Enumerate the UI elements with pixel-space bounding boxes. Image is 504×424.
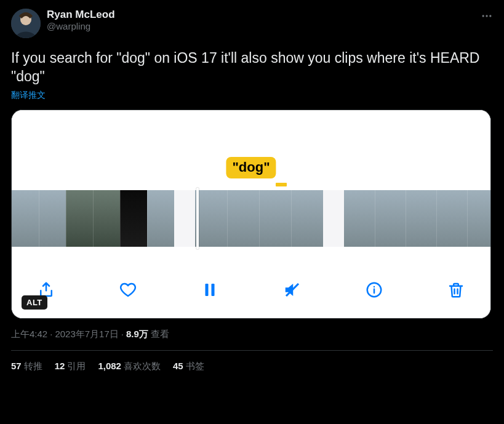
- tweet-stats: 57转推 12引用 1,082喜欢次数 45书签: [11, 351, 493, 372]
- tweet-date[interactable]: 2023年7月17日: [55, 329, 118, 339]
- info-icon: [365, 281, 383, 299]
- likes-stat[interactable]: 1,082喜欢次数: [98, 361, 161, 372]
- svg-point-4: [489, 15, 491, 17]
- clip-1: [12, 190, 174, 247]
- tweet-meta: 上午4:42·2023年7月17日·8.9万 查看: [11, 329, 493, 340]
- bookmarks-stat[interactable]: 45书签: [173, 361, 204, 372]
- svg-rect-6: [212, 284, 215, 296]
- bookmarks-count: 45: [173, 361, 183, 371]
- frame: [375, 190, 406, 247]
- media-toolbar: [12, 262, 490, 318]
- trash-icon: [447, 281, 465, 299]
- views-count: 8.9万: [126, 329, 148, 339]
- like-button[interactable]: [114, 276, 142, 303]
- author-names: Ryan McLeod @warpling: [47, 9, 481, 31]
- display-name[interactable]: Ryan McLeod: [47, 9, 481, 21]
- pause-button[interactable]: [196, 276, 223, 303]
- quotes-stat[interactable]: 12引用: [55, 361, 86, 372]
- frame: [259, 190, 291, 247]
- tweet-text: If you search for "dog" on iOS 17 it'll …: [11, 49, 493, 86]
- avatar[interactable]: [11, 9, 41, 38]
- frame: [12, 190, 39, 247]
- frame: [195, 190, 227, 247]
- frame: [39, 190, 66, 247]
- tweet-header: Ryan McLeod @warpling: [11, 9, 493, 38]
- clip-3: [344, 190, 491, 247]
- views-label: 查看: [151, 329, 169, 339]
- playhead[interactable]: [196, 188, 199, 249]
- marker-tick: [276, 183, 287, 186]
- media-inner: "dog": [12, 110, 490, 318]
- svg-point-2: [482, 15, 484, 17]
- filmstrip: [12, 190, 490, 247]
- retweets-stat[interactable]: 57转推: [11, 361, 42, 372]
- frame: [467, 190, 491, 247]
- trash-button[interactable]: [442, 276, 470, 303]
- frame: [93, 190, 120, 247]
- frame: [344, 190, 375, 247]
- frame: [147, 190, 174, 247]
- info-button[interactable]: [361, 276, 388, 303]
- mute-icon: [283, 281, 302, 299]
- heart-icon: [119, 281, 137, 299]
- frame: [120, 190, 147, 247]
- bookmarks-label: 书签: [186, 361, 204, 371]
- svg-rect-5: [206, 284, 209, 296]
- pause-icon: [201, 281, 219, 299]
- retweets-label: 转推: [24, 361, 42, 371]
- translate-link[interactable]: 翻译推文: [11, 90, 493, 101]
- more-icon: [481, 10, 493, 22]
- more-button[interactable]: [481, 9, 493, 25]
- media-card[interactable]: "dog": [11, 110, 491, 319]
- frame: [227, 190, 259, 247]
- mute-button[interactable]: [279, 276, 306, 303]
- tweet: Ryan McLeod @warpling If you search for …: [0, 0, 504, 372]
- clip-2: [195, 190, 323, 247]
- likes-label: 喜欢次数: [124, 361, 161, 371]
- frame: [291, 190, 323, 247]
- alt-badge[interactable]: ALT: [22, 295, 47, 310]
- frame: [66, 190, 93, 247]
- svg-point-10: [374, 286, 375, 288]
- quotes-count: 12: [55, 361, 65, 371]
- likes-count: 1,082: [98, 361, 121, 371]
- search-term-bubble: "dog": [226, 157, 276, 178]
- retweets-count: 57: [11, 361, 22, 371]
- frame: [406, 190, 436, 247]
- quotes-label: 引用: [67, 361, 86, 371]
- handle[interactable]: @warpling: [47, 21, 481, 31]
- avatar-image: [11, 9, 41, 38]
- tweet-time[interactable]: 上午4:42: [11, 329, 47, 339]
- frame: [436, 190, 467, 247]
- svg-point-3: [486, 15, 487, 17]
